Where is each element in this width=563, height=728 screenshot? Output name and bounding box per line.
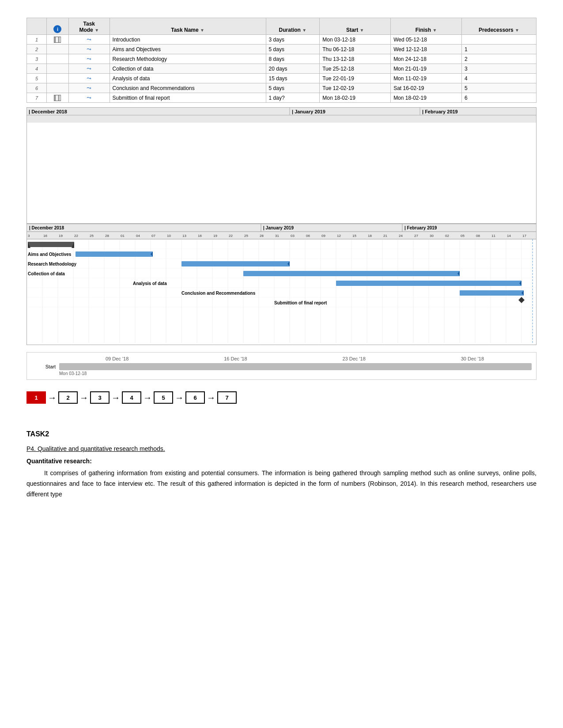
task-mode-icon: ⤳ (87, 94, 91, 101)
grid-icon (54, 95, 61, 101)
timeline-dates: 09 Dec '18 16 Dec '18 23 Dec '18 30 Dec … (31, 356, 532, 363)
col-num-header (27, 18, 47, 35)
pred-filter[interactable]: ▼ (515, 28, 519, 33)
timeline-bar-row: Start (31, 363, 532, 370)
network-arrow-5: → (175, 393, 184, 403)
svg-text:03: 03 (291, 234, 295, 238)
bar-collection (243, 271, 460, 276)
network-arrow-2: → (79, 393, 88, 403)
svg-text:Conclusion and Recommendations: Conclusion and Recommendations (181, 291, 256, 296)
task2-heading: Quantitative research: (26, 458, 537, 465)
task2-paragraph: It comprises of gathering information fr… (26, 468, 537, 499)
timeline-start-label: Start (31, 364, 56, 369)
svg-text:24: 24 (399, 234, 403, 238)
task-name-cell: Aims and Objectives (110, 45, 266, 54)
pred-label: Predecessors (479, 27, 514, 33)
svg-text:02: 02 (445, 234, 449, 238)
gantt-chart-svg: | December 2018 | January 2019 | Februar… (27, 224, 537, 343)
task-name-cell: Submittion of final report (110, 93, 266, 103)
bar-research (181, 261, 290, 266)
network-node-4: 4 (122, 391, 141, 404)
start-label: Start (346, 27, 358, 33)
network-node-3: 3 (90, 391, 110, 404)
task-mode-label: TaskMode (79, 21, 95, 33)
svg-text:| December 2018: | December 2018 (29, 225, 64, 230)
gantt-svg: | December 2018 | January 2019 | Februar… (27, 108, 537, 222)
svg-text:18: 18 (368, 234, 372, 238)
table-row: 3⤳Research Methodology8 daysThu 13-12-18… (27, 54, 537, 64)
task2-heading-text: Quantitative research (26, 458, 90, 465)
svg-text:3: 3 (28, 234, 30, 238)
network-arrow-3: → (111, 393, 120, 403)
svg-text:07: 07 (151, 234, 155, 238)
network-node-7: 7 (217, 391, 237, 404)
duration-label: Duration (279, 27, 301, 33)
task2-subtitle[interactable]: P4. Qualitative and quantitative researc… (26, 445, 537, 452)
svg-text:22: 22 (229, 234, 233, 238)
table-row: 6⤳Conclusion and Recommendations5 daysTu… (27, 83, 537, 93)
svg-text:Submittion of final report: Submittion of final report (274, 300, 327, 305)
table-row: 4⤳Collection of data20 daysTue 25-12-18M… (27, 64, 537, 74)
task-mode-icon: ⤳ (87, 36, 91, 43)
svg-text:10: 10 (167, 234, 171, 238)
svg-text:14: 14 (507, 234, 511, 238)
network-node-2: 2 (58, 391, 78, 404)
table-row: 1⤳Introduction3 daysMon 03-12-18Wed 05-1… (27, 35, 537, 45)
col-info-header: i (47, 18, 69, 35)
bar-conclusion (460, 290, 524, 296)
svg-text:13: 13 (182, 234, 186, 238)
svg-text:| January 2019: | January 2019 (263, 225, 294, 230)
table-row: 7⤳Submittion of final report1 day?Mon 18… (27, 93, 537, 103)
bar-analysis (336, 281, 521, 286)
timeline-date-4: 30 Dec '18 (461, 356, 484, 361)
svg-text:| January 2019: | January 2019 (292, 109, 325, 114)
svg-text:| February 2019: | February 2019 (404, 225, 437, 230)
duration-filter[interactable]: ▼ (302, 28, 306, 33)
svg-text:06: 06 (306, 234, 310, 238)
task-mode-icon: ⤳ (87, 75, 91, 82)
bar-introduction (28, 242, 74, 247)
svg-text:27: 27 (414, 234, 418, 238)
svg-text:30: 30 (430, 234, 434, 238)
network-node-6: 6 (185, 391, 205, 404)
svg-text:05: 05 (461, 234, 465, 238)
task-mode-icon: ⤳ (87, 46, 91, 53)
svg-text:25: 25 (244, 234, 248, 238)
gantt-table-section: i TaskMode ▼ Task Name ▼ Duration ▼ Star… (26, 18, 537, 103)
network-diagram: 1 → 2 → 3 → 4 → 5 → 6 → 7 (26, 387, 537, 408)
svg-text:17: 17 (522, 234, 526, 238)
timeline-date-3: 23 Dec '18 (343, 356, 366, 361)
gantt-chart-full: | December 2018 | January 2019 | Februar… (26, 224, 537, 345)
svg-text:22: 22 (74, 234, 78, 238)
svg-text:| February 2019: | February 2019 (422, 109, 458, 114)
finish-label: Finish (416, 27, 431, 33)
svg-text:Research Methodology: Research Methodology (28, 262, 76, 266)
task2-title: TASK2 (26, 430, 537, 438)
task-name-cell: Research Methodology (110, 54, 266, 64)
task-name-cell: Conclusion and Recommendations (110, 83, 266, 93)
svg-text:28: 28 (260, 234, 264, 238)
task-mode-icon: ⤳ (87, 85, 91, 91)
svg-text:08: 08 (476, 234, 480, 238)
start-filter[interactable]: ▼ (360, 28, 364, 33)
svg-text:16: 16 (198, 234, 202, 238)
col-name-header: Task Name ▼ (110, 18, 266, 35)
svg-text:21: 21 (383, 234, 387, 238)
timeline-bar (59, 363, 532, 370)
svg-text:11: 11 (491, 234, 495, 238)
svg-text:04: 04 (136, 234, 140, 238)
task-name-filter[interactable]: ▼ (200, 28, 204, 33)
network-node-1: 1 (26, 391, 46, 404)
svg-text:Collection of data: Collection of data (28, 271, 65, 276)
task2-section: TASK2 P4. Qualitative and quantitative r… (26, 430, 537, 499)
task-name-label: Task Name (171, 27, 198, 33)
task-mode-filter[interactable]: ▼ (94, 28, 99, 33)
task-mode-icon: ⤳ (87, 65, 91, 72)
finish-filter[interactable]: ▼ (432, 28, 437, 33)
timeline-date-1: 09 Dec '18 (106, 356, 128, 361)
task-mode-icon: ⤳ (87, 56, 91, 62)
network-node-5: 5 (154, 391, 173, 404)
network-arrow-1: → (48, 393, 57, 403)
svg-text:15: 15 (352, 234, 356, 238)
grid-icon (54, 37, 61, 43)
